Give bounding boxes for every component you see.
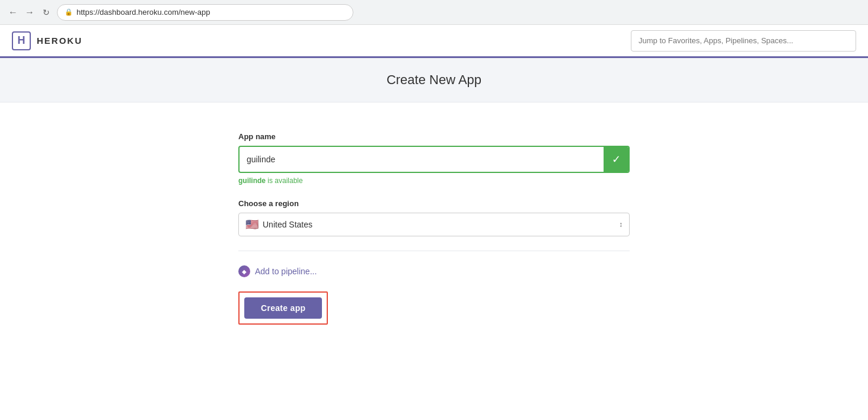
heroku-logo[interactable]: H HEROKU: [12, 31, 82, 50]
back-button[interactable]: ←: [7, 7, 19, 18]
forward-button[interactable]: →: [24, 7, 36, 18]
region-field-group: Choose a region 🇺🇸 United States Europe …: [238, 199, 630, 236]
address-bar[interactable]: 🔒 https://dashboard.heroku.com/new-app: [57, 4, 353, 21]
availability-message: guilinde is available: [238, 177, 630, 185]
main-content: App name ✓ guilinde is available Choose …: [0, 102, 868, 354]
global-search-input[interactable]: [631, 30, 856, 52]
app-name-label: App name: [238, 132, 630, 141]
create-app-section: Create app: [238, 291, 328, 325]
region-label: Choose a region: [238, 199, 630, 208]
new-app-form: App name ✓ guilinde is available Choose …: [238, 132, 630, 325]
add-to-pipeline-link[interactable]: ◆ Add to pipeline...: [238, 265, 630, 277]
create-app-button[interactable]: Create app: [244, 297, 322, 319]
pipeline-icon: ◆: [238, 265, 250, 277]
form-divider: [238, 251, 630, 251]
pipeline-link-label: Add to pipeline...: [255, 267, 317, 276]
brand-name: HEROKU: [37, 36, 82, 46]
browser-chrome: ← → ↻ 🔒 https://dashboard.heroku.com/new…: [0, 0, 868, 25]
region-select[interactable]: United States Europe: [238, 213, 630, 236]
app-name-check-icon: ✓: [604, 147, 628, 172]
logo-box: H: [12, 31, 31, 50]
app-name-wrapper: ✓: [238, 146, 630, 173]
reload-button[interactable]: ↻: [40, 7, 52, 18]
page-title: Create New App: [0, 72, 868, 88]
app-name-field-group: App name ✓ guilinde is available: [238, 132, 630, 185]
url-text: https://dashboard.heroku.com/new-app: [76, 8, 210, 17]
region-select-wrapper: 🇺🇸 United States Europe ↕: [238, 213, 630, 236]
page-header: Create New App: [0, 58, 868, 102]
logo-letter: H: [18, 34, 25, 47]
lock-icon: 🔒: [65, 8, 73, 16]
app-header: H HEROKU: [0, 25, 868, 58]
availability-suffix: is available: [266, 177, 303, 185]
app-name-input[interactable]: [240, 148, 604, 171]
availability-name: guilinde: [238, 177, 266, 185]
